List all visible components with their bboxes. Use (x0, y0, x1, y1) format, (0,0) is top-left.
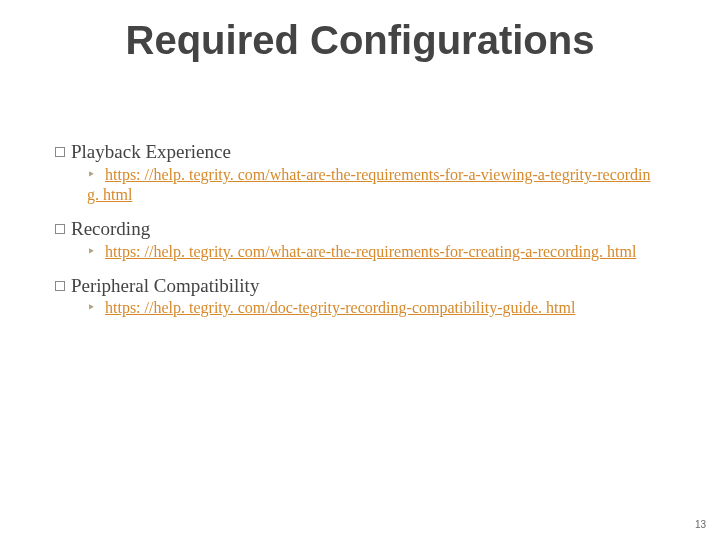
square-bullet-icon (55, 147, 65, 157)
caret-icon: ‣ (87, 243, 95, 261)
link-text[interactable]: https: //help. tegrity. com/doc-tegrity-… (105, 299, 575, 316)
link-text[interactable]: https: //help. tegrity. com/what-are-the… (87, 166, 651, 203)
bullet-level2: ‣https: //help. tegrity. com/what-are-th… (87, 165, 660, 205)
link-text[interactable]: https: //help. tegrity. com/what-are-the… (105, 243, 636, 260)
page-number: 13 (695, 519, 706, 530)
bullet-level2: ‣https: //help. tegrity. com/doc-tegrity… (87, 298, 660, 318)
caret-icon: ‣ (87, 166, 95, 184)
slide: Required Configurations Playback Experie… (0, 0, 720, 540)
list-item: Peripheral Compatibility ‣https: //help.… (55, 274, 660, 319)
square-bullet-icon (55, 224, 65, 234)
slide-title: Required Configurations (0, 18, 720, 63)
bullet-label: Playback Experience (71, 141, 231, 162)
bullet-level2: ‣https: //help. tegrity. com/what-are-th… (87, 242, 660, 262)
list-item: Playback Experience ‣https: //help. tegr… (55, 140, 660, 205)
list-item: Recording ‣https: //help. tegrity. com/w… (55, 217, 660, 262)
bullet-label: Recording (71, 218, 150, 239)
caret-icon: ‣ (87, 299, 95, 317)
bullet-level1: Playback Experience (55, 140, 660, 164)
square-bullet-icon (55, 281, 65, 291)
bullet-level1: Recording (55, 217, 660, 241)
bullet-label: Peripheral Compatibility (71, 275, 259, 296)
bullet-level1: Peripheral Compatibility (55, 274, 660, 298)
slide-content: Playback Experience ‣https: //help. tegr… (55, 140, 660, 330)
